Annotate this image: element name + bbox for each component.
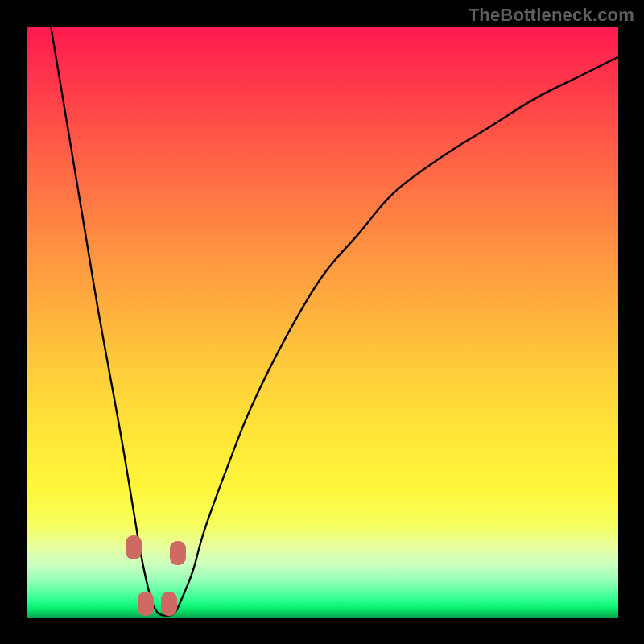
watermark-text: TheBottleneck.com [469, 5, 634, 26]
bottleneck-curve [27, 27, 618, 618]
curve-marker [170, 541, 186, 565]
curve-marker [138, 592, 154, 616]
plot-area [27, 27, 618, 618]
curve-marker [161, 592, 177, 616]
curve-marker [126, 535, 142, 559]
chart-frame: TheBottleneck.com [0, 0, 644, 644]
